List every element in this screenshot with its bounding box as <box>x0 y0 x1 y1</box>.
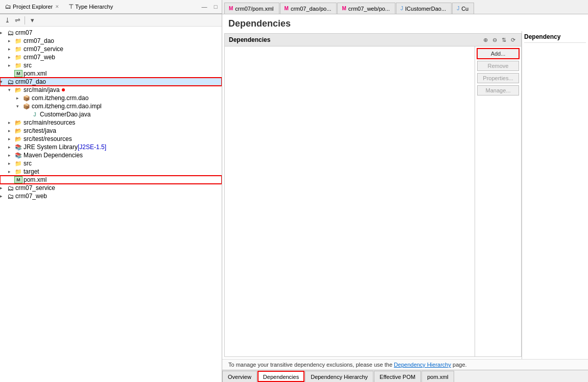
icon-jre: 📚 <box>14 144 22 151</box>
remove-button[interactable]: Remove <box>477 61 519 71</box>
pom-editor: Dependencies Dependencies ⊕ ⊖ <box>222 14 588 382</box>
toolbar-btn-2[interactable]: ⇌ <box>13 16 21 25</box>
tree-item-src-test-java[interactable]: ▸ 📂 src/test/java <box>0 127 222 135</box>
tab-label-1: crm07/pom.xml <box>235 6 273 12</box>
tree-item-maven-deps[interactable]: ▸ 📚 Maven Dependencies <box>0 151 222 159</box>
tab-project-explorer[interactable]: 🗂 Project Explorer ✕ <box>2 3 62 11</box>
right-side-panel: Dependency <box>522 31 588 359</box>
toolbar-btn-3[interactable]: ▾ <box>28 16 36 25</box>
tree-item-src-main-java[interactable]: ▾ 📂 src/main/java <box>0 86 222 94</box>
arrow-target: ▸ <box>8 169 14 174</box>
icon-crm07-web-sub: 📁 <box>14 54 22 61</box>
tab-type-hierarchy[interactable]: ⊤ Type Hierarchy <box>65 3 116 11</box>
bottom-tab-pom-xml[interactable]: pom.xml <box>421 371 454 382</box>
tree-item-src-sub[interactable]: ▸ 📁 src <box>0 61 222 69</box>
footer-text: To manage your transitive dependency exc… <box>222 359 588 370</box>
tree-item-crm07-web[interactable]: ▸ 🗂 crm07_web <box>0 192 222 200</box>
tree-item-customerdao[interactable]: ▸ J CustomerDao.java <box>0 110 222 118</box>
project-tree[interactable]: ▸ 🗂 crm07 ▸ 📁 crm07_dao ▸ 📁 crm07_servic… <box>0 27 222 382</box>
maximize-button[interactable]: □ <box>211 3 220 11</box>
icon-crm07-dao-sub: 📁 <box>14 37 22 44</box>
editor-tab-crm07-dao-po[interactable]: M crm07_dao/po... <box>280 3 337 14</box>
tab-close-icon[interactable]: ✕ <box>55 4 59 9</box>
tree-item-com-itzheng-dao[interactable]: ▸ 📦 com.itzheng.crm.dao <box>0 94 222 102</box>
main-container: 🗂 Project Explorer ✕ ⊤ Type Hierarchy — … <box>0 0 588 382</box>
editor-tab-crm07-web-po[interactable]: M crm07_web/po... <box>337 3 395 14</box>
dep-buttons: Add... Remove Properties... Manage... <box>475 46 521 356</box>
tree-item-pom-xml-root[interactable]: ▸ M pom.xml <box>0 69 222 78</box>
pom-title: Dependencies <box>228 18 582 29</box>
tree-item-com-itzheng-dao-impl[interactable]: ▾ 📦 com.itzheng.crm.dao.impl <box>0 102 222 110</box>
tree-item-src-main-resources[interactable]: ▸ 📂 src/main/resources <box>0 118 222 127</box>
tree-item-crm07-service[interactable]: ▸ 🗂 crm07_service <box>0 184 222 192</box>
arrow-crm07-service-sub: ▸ <box>8 46 14 52</box>
dep-body: Add... Remove Properties... Manage... <box>225 46 521 356</box>
toolbar-btn-1[interactable]: ⤓ <box>3 16 11 25</box>
minimize-button[interactable]: — <box>200 3 208 11</box>
manage-button[interactable]: Manage... <box>477 85 519 96</box>
tree-item-src-test-resources[interactable]: ▸ 📂 src/test/resources <box>0 135 222 143</box>
icon-src-main-java: 📂 <box>14 86 22 93</box>
tree-item-crm07-web-sub[interactable]: ▸ 📁 crm07_web <box>0 53 222 61</box>
icon-src-dao: 📁 <box>14 160 22 167</box>
bottom-tab-overview-label: Overview <box>228 374 251 380</box>
dep-list-area[interactable] <box>225 46 475 356</box>
icon-maven-deps: 📚 <box>14 152 22 159</box>
add-button[interactable]: Add... <box>477 49 519 59</box>
tree-item-crm07-dao[interactable]: ▾ 🗂 crm07_dao <box>0 78 222 86</box>
tab-label-5: Cu <box>461 6 468 12</box>
dep-action-btn-4[interactable]: ⟳ <box>509 36 517 44</box>
label-crm07-web-sub: crm07_web <box>23 54 55 61</box>
icon-customerdao: J <box>31 111 39 118</box>
properties-button[interactable]: Properties... <box>477 73 519 83</box>
tab-label-2: crm07_dao/po... <box>291 6 332 12</box>
pom-content: Dependencies ⊕ ⊖ ⇅ ⟳ <box>222 31 588 359</box>
dep-action-btn-2[interactable]: ⊖ <box>490 36 499 44</box>
label-pom-root: pom.xml <box>23 70 46 77</box>
bottom-tab-pom-xml-label: pom.xml <box>427 374 449 380</box>
label-jre: JRE System Library <box>23 144 78 151</box>
workspace: ⤓ ⇌ ▾ ▸ 🗂 crm07 ▸ 📁 <box>0 14 588 382</box>
arrow-crm07-dao-sub: ▸ <box>8 38 14 43</box>
arrow-crm07-dao: ▾ <box>0 79 6 84</box>
bottom-tab-dep-hierarchy[interactable]: Dependency Hierarchy <box>305 371 373 382</box>
tab-type-hierarchy-label: Type Hierarchy <box>75 4 113 10</box>
bottom-tab-dependencies[interactable]: Dependencies <box>257 371 304 382</box>
icon-com-itzheng-dao-impl: 📦 <box>22 103 31 110</box>
arrow-src-sub: ▸ <box>8 63 14 68</box>
label-src-main-resources: src/main/resources <box>23 119 75 126</box>
icon-crm07-dao: 🗂 <box>6 78 14 85</box>
dep-section-title: Dependencies <box>229 36 270 43</box>
label-src-test-resources: src/test/resources <box>23 135 72 142</box>
editor-tab-crm07-pom[interactable]: M crm07/pom.xml <box>224 3 279 14</box>
arrow-src-test-java: ▸ <box>8 128 14 133</box>
arrow-crm07-web: ▸ <box>0 194 6 199</box>
icon-src-sub: 📁 <box>14 62 22 69</box>
dep-section-header: Dependencies ⊕ ⊖ ⇅ ⟳ <box>225 34 521 46</box>
tree-item-crm07[interactable]: ▸ 🗂 crm07 <box>0 29 222 37</box>
bottom-tab-effective-pom[interactable]: Effective POM <box>374 371 421 382</box>
red-dot <box>62 88 65 91</box>
tree-item-crm07-service-sub[interactable]: ▸ 📁 crm07_service <box>0 45 222 53</box>
label-com-itzheng-dao: com.itzheng.crm.dao <box>32 94 88 102</box>
footer-text-after: page. <box>451 362 467 368</box>
arrow-jre: ▸ <box>8 145 14 150</box>
label-customerdao: CustomerDao.java <box>40 111 90 118</box>
tree-item-pom-xml-dao[interactable]: ▸ M pom.xml <box>0 176 222 184</box>
arrow-crm07-service: ▸ <box>0 185 6 190</box>
bottom-tab-overview[interactable]: Overview <box>222 371 257 382</box>
label-crm07-dao-sub: crm07_dao <box>23 37 54 44</box>
tree-item-src-dao[interactable]: ▸ 📁 src <box>0 159 222 168</box>
dep-action-btn-3[interactable]: ⇅ <box>500 36 508 44</box>
editor-tab-icustomerdao[interactable]: J ICustomerDao... <box>396 3 452 14</box>
footer-text-before: To manage your transitive dependency exc… <box>228 362 394 368</box>
tree-item-target[interactable]: ▸ 📁 target <box>0 168 222 176</box>
icon-src-test-resources: 📂 <box>14 135 22 142</box>
tree-item-crm07-dao-sub[interactable]: ▸ 📁 crm07_dao <box>0 37 222 45</box>
icon-crm07-web: 🗂 <box>6 193 14 200</box>
editor-tab-cu[interactable]: J Cu <box>452 3 474 14</box>
dep-action-btn-1[interactable]: ⊕ <box>481 36 489 44</box>
project-explorer-icon: 🗂 <box>5 3 11 10</box>
footer-link[interactable]: Dependency Hierarchy <box>394 362 451 368</box>
tree-item-jre[interactable]: ▸ 📚 JRE System Library [J2SE-1.5] <box>0 143 222 151</box>
